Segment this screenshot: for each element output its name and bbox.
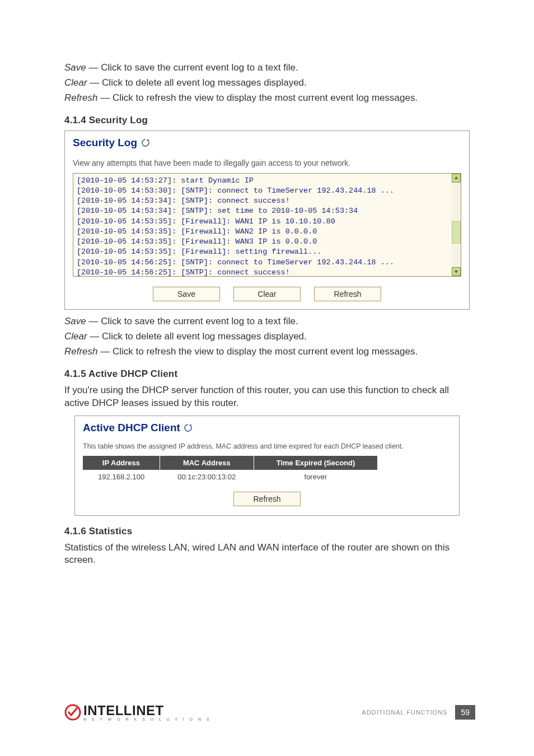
def2-refresh-desc: — Click to refresh the view to display t…: [98, 346, 418, 357]
heading-414: 4.1.4 Security Log: [64, 115, 470, 126]
brand-name: INTELLINET: [83, 703, 212, 718]
table-row: 192.168.2.100 00:1c:23:00:13:02 forever: [83, 470, 377, 484]
page-number: 59: [455, 705, 475, 720]
log-container: [2010-10-05 14:53:27]: start Dynamic IP …: [73, 173, 461, 277]
refresh-icon[interactable]: [184, 423, 193, 435]
footer-right: ADDITIONAL FUNCTIONS 59: [362, 705, 475, 720]
table-header-row: IP Address MAC Address Time Expired (Sec…: [83, 456, 377, 470]
def2-clear: Clear — Click to delete all event log me…: [64, 330, 470, 343]
col-mac: MAC Address: [160, 456, 254, 470]
heading-415: 4.1.5 Active DHCP Client: [64, 368, 470, 380]
security-log-panel: Security Log View any attempts that have…: [64, 130, 470, 310]
panel-title-row: Security Log: [73, 137, 461, 150]
dhcp-panel: Active DHCP Client This table shows the …: [74, 416, 460, 516]
scroll-thumb[interactable]: [452, 221, 461, 244]
def-refresh: Refresh — Click to refresh the view to d…: [64, 92, 470, 105]
col-expired: Time Expired (Second): [254, 456, 377, 470]
dhcp-title-row: Active DHCP Client: [83, 422, 451, 435]
cell-mac: 00:1c:23:00:13:02: [160, 470, 254, 484]
scrollbar[interactable]: [452, 174, 461, 276]
dhcp-desc: This table shows the assigned IP address…: [83, 442, 451, 450]
footer: INTELLINET N E T W O R K S O L U T I O N…: [64, 703, 475, 721]
def-save: Save — Click to save the current event l…: [64, 62, 470, 74]
def2-save-desc: — Click to save the current event log to…: [86, 316, 298, 326]
clear-button[interactable]: Clear: [233, 287, 301, 301]
def-clear-term: Clear: [64, 77, 87, 88]
button-row: Save Clear Refresh: [73, 287, 461, 301]
def2-refresh-term: Refresh: [64, 346, 98, 357]
cell-ip: 192.168.2.100: [83, 470, 160, 484]
scroll-up-button[interactable]: [452, 174, 461, 183]
log-textarea[interactable]: [2010-10-05 14:53:27]: start Dynamic IP …: [73, 174, 461, 276]
security-log-title: Security Log: [73, 137, 137, 148]
dhcp-btn-wrap: Refresh: [83, 492, 451, 506]
dhcp-title: Active DHCP Client: [83, 422, 180, 433]
refresh-button[interactable]: Refresh: [314, 287, 381, 301]
col-ip: IP Address: [83, 456, 160, 470]
def2-save: Save — Click to save the current event l…: [64, 315, 470, 328]
cell-exp: forever: [254, 470, 377, 484]
footer-section-label: ADDITIONAL FUNCTIONS: [362, 709, 448, 716]
brand-sub: N E T W O R K S O L U T I O N S: [83, 717, 212, 721]
save-button[interactable]: Save: [153, 287, 220, 301]
refresh-icon[interactable]: [141, 138, 150, 150]
scroll-down-button[interactable]: [452, 267, 461, 276]
def2-clear-desc: — Click to delete all event log messages…: [87, 331, 307, 342]
def2-save-term: Save: [64, 316, 86, 326]
def-clear-desc: — Click to delete all event log messages…: [87, 77, 307, 88]
def2-refresh: Refresh — Click to refresh the view to d…: [64, 346, 470, 358]
def-clear: Clear — Click to delete all event log me…: [64, 77, 470, 90]
dhcp-intro: If you're using the DHCP server function…: [64, 384, 470, 410]
brand-logo: INTELLINET N E T W O R K S O L U T I O N…: [64, 703, 212, 721]
def-save-desc: — Click to save the current event log to…: [86, 62, 298, 73]
stats-intro: Statistics of the wireless LAN, wired LA…: [64, 542, 470, 567]
dhcp-refresh-button[interactable]: Refresh: [233, 492, 301, 506]
def-save-term: Save: [64, 62, 86, 73]
def2-clear-term: Clear: [64, 331, 87, 342]
dhcp-table: IP Address MAC Address Time Expired (Sec…: [83, 456, 377, 484]
security-log-subtitle: View any attempts that have been made to…: [73, 158, 461, 167]
def-refresh-desc: — Click to refresh the view to display t…: [98, 92, 418, 103]
heading-416: 4.1.6 Statistics: [64, 526, 470, 537]
checkmark-icon: [64, 704, 81, 721]
def-refresh-term: Refresh: [64, 92, 98, 103]
